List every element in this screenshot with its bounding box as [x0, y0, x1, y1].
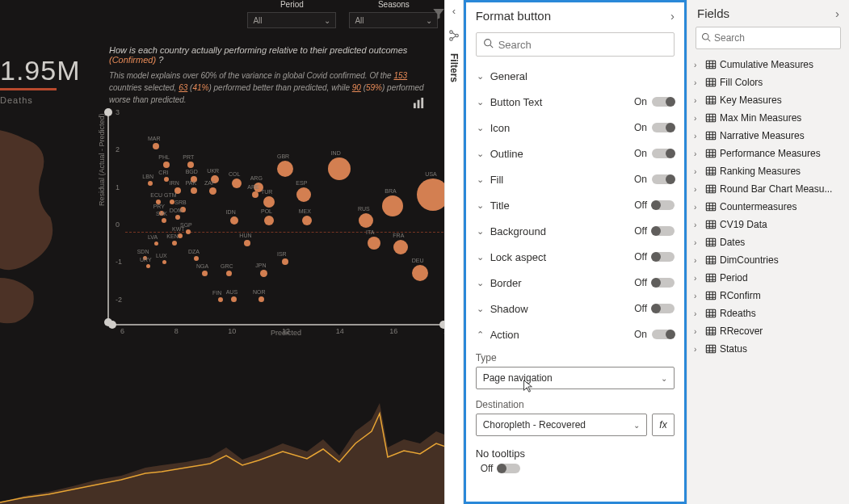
- destination-dropdown[interactable]: Choropleth - Recovered⌄: [476, 414, 647, 436]
- toggle-switch[interactable]: [652, 123, 675, 132]
- field-table-countermeasures[interactable]: ›Countermeasures: [694, 198, 843, 216]
- toggle-switch[interactable]: [652, 174, 675, 184]
- datapoint-sgp[interactable]: [186, 229, 191, 234]
- toggle-switch[interactable]: [652, 149, 675, 158]
- field-table-round-bar-chart-measu-[interactable]: ›Round Bar Chart Measu...: [694, 180, 843, 198]
- datapoint-are[interactable]: [252, 191, 258, 198]
- datapoint-tur[interactable]: [263, 196, 275, 208]
- toggle-switch[interactable]: [652, 330, 675, 339]
- datapoint-ind[interactable]: [328, 158, 351, 180]
- format-section-lock-aspect[interactable]: ⌄Lock aspectOff: [476, 244, 675, 270]
- datapoint-ury[interactable]: [146, 264, 150, 268]
- share-icon[interactable]: [448, 30, 460, 44]
- datapoint-esp[interactable]: [296, 187, 311, 202]
- datapoint-idn[interactable]: [230, 216, 238, 225]
- datapoint-lva[interactable]: [154, 242, 158, 246]
- funnel-icon[interactable]: [431, 6, 444, 21]
- format-section-border[interactable]: ⌄BorderOff: [476, 270, 675, 296]
- datapoint-aus[interactable]: [231, 296, 237, 302]
- field-table-rrecover[interactable]: ›RRecover: [694, 322, 843, 340]
- section-label: Button Text: [490, 96, 543, 108]
- toggle-switch[interactable]: [652, 226, 675, 236]
- field-table-rconfirm[interactable]: ›RConfirm: [694, 287, 843, 304]
- format-search-input[interactable]: [498, 39, 667, 51]
- datapoint-col[interactable]: [232, 178, 242, 188]
- datapoint-lux[interactable]: [162, 260, 166, 264]
- format-section-fill[interactable]: ⌄FillOn: [476, 166, 675, 192]
- toggle-switch[interactable]: [652, 304, 675, 313]
- datapoint-cri[interactable]: [164, 177, 169, 182]
- format-section-outline[interactable]: ⌄OutlineOn: [476, 141, 675, 166]
- datapoint-zaf[interactable]: [209, 187, 216, 195]
- datapoint-fra[interactable]: [393, 240, 408, 254]
- datapoint-usa[interactable]: [417, 178, 444, 211]
- datapoint-gbr[interactable]: [277, 161, 293, 177]
- filters-strip[interactable]: ‹ Filters: [444, 0, 463, 504]
- datapoint-prt[interactable]: [187, 162, 194, 168]
- datapoint-deu[interactable]: [412, 265, 428, 281]
- field-table-performance-measures[interactable]: ›Performance Measures: [694, 145, 843, 162]
- datapoint-dza[interactable]: [194, 256, 199, 261]
- field-table-dates[interactable]: ›Dates: [694, 233, 843, 251]
- datapoint-label: SVK: [156, 211, 167, 216]
- datapoint-mar[interactable]: [153, 143, 159, 149]
- field-table-cv19-data[interactable]: ›CV19 Data: [694, 216, 843, 233]
- field-table-period[interactable]: ›Period: [694, 269, 843, 287]
- datapoint-phl[interactable]: [163, 162, 170, 168]
- datapoint-gtm[interactable]: [170, 200, 174, 204]
- toggle-switch[interactable]: [652, 200, 675, 210]
- y-slider[interactable]: [107, 112, 109, 322]
- field-table-max-min-measures[interactable]: ›Max Min Measures: [694, 109, 843, 127]
- datapoint-ken[interactable]: [172, 241, 177, 246]
- toggle-switch[interactable]: [652, 278, 675, 288]
- datapoint-nga[interactable]: [202, 271, 208, 276]
- toggle-switch[interactable]: [498, 464, 520, 473]
- datapoint-nor[interactable]: [258, 296, 264, 302]
- datapoint-kwt[interactable]: [178, 233, 183, 238]
- format-section-icon[interactable]: ⌄IconOn: [476, 115, 675, 141]
- datapoint-ita[interactable]: [368, 237, 380, 250]
- period-dropdown[interactable]: All ⌄: [247, 12, 336, 28]
- datapoint-fin[interactable]: [218, 297, 223, 302]
- field-table-fill-colors[interactable]: ›Fill Colors: [694, 74, 843, 91]
- field-table-status[interactable]: ›Status: [694, 340, 843, 358]
- chevron-right-icon[interactable]: ›: [670, 9, 675, 23]
- format-section-title[interactable]: ⌄TitleOff: [476, 192, 675, 218]
- toggle-switch[interactable]: [652, 97, 675, 107]
- datapoint-bra[interactable]: [382, 195, 403, 216]
- datapoint-grc[interactable]: [226, 271, 232, 276]
- datapoint-svk[interactable]: [162, 218, 166, 223]
- fields-search-input[interactable]: [714, 32, 835, 44]
- datapoint-jpn[interactable]: [260, 270, 267, 277]
- field-table-narrative-measures[interactable]: ›Narrative Measures: [694, 127, 843, 145]
- type-dropdown[interactable]: Page navigation⌄: [476, 367, 675, 389]
- fields-search[interactable]: [696, 27, 841, 49]
- format-section-shadow[interactable]: ⌄ShadowOff: [476, 296, 675, 321]
- toggle-switch[interactable]: [652, 252, 675, 262]
- field-table-cumulative-measures[interactable]: ›Cumulative Measures: [694, 56, 843, 74]
- chevron-left-icon[interactable]: ‹: [452, 5, 456, 17]
- format-section-button-text[interactable]: ⌄Button TextOn: [476, 89, 675, 115]
- field-table-rdeaths[interactable]: ›Rdeaths: [694, 304, 843, 322]
- datapoint-pol[interactable]: [264, 216, 274, 225]
- scatter-visual[interactable]: Residual (Actual - Predicted) Predicted …: [101, 109, 444, 335]
- format-section-general[interactable]: ⌄General: [476, 63, 675, 89]
- format-section-background[interactable]: ⌄BackgroundOff: [476, 218, 675, 244]
- datapoint-lbn[interactable]: [148, 181, 153, 186]
- field-table-dimcountries[interactable]: ›DimCountries: [694, 251, 843, 269]
- fx-button[interactable]: fx: [652, 414, 675, 436]
- field-table-ranking-measures[interactable]: ›Ranking Measures: [694, 162, 843, 180]
- datapoint-hun[interactable]: [244, 240, 250, 246]
- seasons-dropdown[interactable]: All ⌄: [349, 12, 438, 28]
- datapoint-dom[interactable]: [175, 215, 180, 220]
- datapoint-pak[interactable]: [191, 187, 197, 194]
- datapoint-mex[interactable]: [302, 216, 312, 225]
- format-search[interactable]: [476, 32, 675, 57]
- datapoint-isr[interactable]: [282, 258, 288, 265]
- format-section-action[interactable]: ⌃ActionOn: [476, 321, 675, 347]
- field-table-key-measures[interactable]: ›Key Measures: [694, 91, 843, 109]
- chevron-right-icon[interactable]: ›: [835, 6, 839, 20]
- datapoint-rus[interactable]: [359, 213, 373, 228]
- chevron-down-icon: ⌄: [476, 123, 485, 133]
- x-slider[interactable]: [112, 324, 443, 326]
